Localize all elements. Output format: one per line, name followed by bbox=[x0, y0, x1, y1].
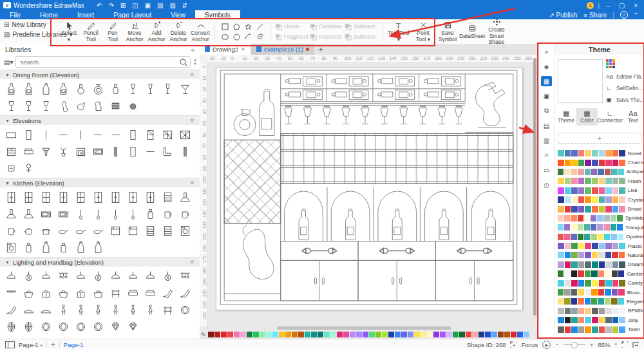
palette-swatch[interactable] bbox=[571, 289, 577, 296]
palette-swatch[interactable] bbox=[558, 160, 564, 166]
fragment-button[interactable]: Fragment bbox=[275, 32, 308, 42]
color-swatch[interactable] bbox=[363, 332, 368, 337]
zoom-slider[interactable] bbox=[564, 344, 585, 345]
palette-swatch[interactable] bbox=[612, 252, 618, 258]
palette-swatch[interactable] bbox=[592, 317, 598, 323]
palette-swatch[interactable] bbox=[564, 224, 570, 231]
symbol-linev[interactable] bbox=[37, 126, 55, 143]
new-document-tab-button[interactable]: + bbox=[314, 44, 328, 55]
color-swatch[interactable] bbox=[388, 332, 394, 337]
symbol-stemglass[interactable] bbox=[142, 80, 159, 97]
point-tool-button[interactable]: Point Tool ▾ bbox=[412, 21, 434, 42]
palette-swatch[interactable] bbox=[598, 289, 604, 296]
save-icon[interactable]: ▣ bbox=[145, 2, 151, 9]
symbol-sofa[interactable] bbox=[124, 285, 142, 301]
sync-icon[interactable]: ⇵ bbox=[182, 2, 187, 9]
tab-page-layout[interactable]: Page Layout bbox=[104, 10, 161, 19]
zoom-out-button[interactable]: − bbox=[555, 341, 559, 348]
save-theme-action[interactable]: ▣Save The... bbox=[606, 97, 644, 103]
symbol-barrel[interactable] bbox=[107, 97, 124, 114]
palette-swatch[interactable] bbox=[619, 187, 625, 194]
symbol-cabinet2[interactable] bbox=[20, 189, 37, 205]
color-swatch[interactable] bbox=[240, 332, 246, 337]
symbol-goblet[interactable] bbox=[37, 97, 55, 114]
predefine-libraries-button[interactable]: ▤Predefine Libraries▾ bbox=[4, 31, 54, 38]
palette-row[interactable]: BPMN bbox=[558, 307, 644, 316]
palette-swatch[interactable] bbox=[592, 243, 598, 249]
datasheet-button[interactable]: DataSheet bbox=[461, 24, 483, 39]
palette-swatch[interactable] bbox=[565, 252, 571, 258]
palette-swatch[interactable] bbox=[578, 187, 585, 194]
palette-swatch[interactable] bbox=[591, 169, 597, 175]
self-define-action[interactable]: ∟SelfDefin... bbox=[606, 85, 644, 91]
palette-swatch[interactable] bbox=[584, 224, 590, 231]
symbol-cabinet[interactable] bbox=[3, 189, 20, 205]
palette-swatch[interactable] bbox=[585, 206, 591, 212]
library-icon[interactable]: ▥ bbox=[541, 135, 552, 146]
palette-swatch[interactable] bbox=[578, 150, 585, 156]
color-swatch[interactable] bbox=[272, 332, 278, 337]
palette-swatch[interactable] bbox=[619, 196, 625, 203]
color-swatch[interactable] bbox=[350, 332, 355, 337]
palette-row[interactable]: Fresh bbox=[558, 176, 644, 185]
library-list-icon[interactable]: ▤▾ bbox=[4, 59, 13, 66]
color-swatch[interactable] bbox=[305, 332, 310, 337]
symbol-barv[interactable] bbox=[176, 143, 194, 160]
palette-swatch[interactable] bbox=[605, 270, 611, 277]
palette-swatch[interactable] bbox=[598, 234, 603, 240]
symbol-woman[interactable] bbox=[55, 301, 72, 318]
palette-swatch[interactable] bbox=[598, 298, 603, 305]
palette-swatch[interactable] bbox=[611, 298, 617, 305]
palette-swatch[interactable] bbox=[578, 308, 585, 314]
subtract-button[interactable]: Subtract bbox=[345, 21, 378, 32]
color-swatch[interactable] bbox=[440, 332, 446, 337]
palette-swatch[interactable] bbox=[565, 243, 571, 249]
palette-swatch[interactable] bbox=[571, 206, 578, 212]
page-tab[interactable]: Page-1 bbox=[64, 341, 84, 348]
palette-swatch[interactable] bbox=[571, 215, 576, 222]
zoom-caret-icon[interactable]: ▾ bbox=[614, 342, 617, 347]
palette-swatch[interactable] bbox=[612, 308, 619, 314]
symbol-cabinet[interactable] bbox=[142, 189, 159, 205]
palette-swatch[interactable] bbox=[558, 308, 564, 314]
palette-row[interactable]: Opulent bbox=[558, 232, 644, 241]
palette-swatch[interactable] bbox=[605, 326, 612, 333]
palette-swatch[interactable] bbox=[578, 317, 585, 323]
palette-swatch[interactable] bbox=[612, 206, 619, 212]
focus-icon[interactable] bbox=[510, 341, 516, 348]
symbol-washer[interactable] bbox=[3, 239, 20, 256]
symbol-stemglass[interactable] bbox=[124, 80, 142, 97]
palette-swatch[interactable] bbox=[598, 169, 603, 175]
palette-row[interactable]: Dream bbox=[558, 260, 644, 269]
close-section-icon[interactable]: ✕ bbox=[189, 71, 194, 78]
palette-row[interactable]: Live bbox=[558, 186, 644, 195]
color-swatch[interactable] bbox=[356, 332, 362, 337]
symbol-diamond[interactable] bbox=[107, 318, 124, 335]
color-swatch[interactable] bbox=[524, 332, 529, 337]
horizontal-scrollbar[interactable] bbox=[277, 326, 451, 330]
star-button[interactable] bbox=[243, 22, 254, 32]
collapse-triangle-icon[interactable]: ▼ bbox=[5, 73, 10, 77]
text-tool-button[interactable]: Text Tool ▾ bbox=[388, 21, 410, 42]
symbol-duck[interactable] bbox=[72, 97, 90, 114]
palette-swatch[interactable] bbox=[599, 308, 605, 314]
palette-swatch[interactable] bbox=[591, 234, 596, 240]
symbol-tote[interactable] bbox=[72, 285, 90, 301]
close-tab-icon[interactable]: ✕ bbox=[241, 46, 245, 52]
palette-row[interactable]: Candy bbox=[558, 278, 644, 287]
palette-swatch[interactable] bbox=[598, 270, 604, 277]
symbol-loafer[interactable] bbox=[20, 301, 37, 318]
collapse-triangle-icon[interactable]: ▼ bbox=[5, 118, 10, 123]
palette-swatch[interactable] bbox=[612, 196, 619, 203]
symbol-cup[interactable] bbox=[159, 205, 176, 222]
palette-swatch[interactable] bbox=[591, 289, 597, 296]
collapse-triangle-icon[interactable]: ▼ bbox=[5, 181, 10, 185]
symbol-bottle[interactable] bbox=[90, 239, 107, 256]
palette-swatch[interactable] bbox=[578, 243, 585, 249]
palette-swatch[interactable] bbox=[612, 261, 619, 268]
palette-swatch[interactable] bbox=[612, 150, 619, 156]
intersect-button[interactable]: Intersect bbox=[310, 32, 343, 42]
palette-swatch[interactable] bbox=[599, 196, 605, 203]
palette-swatch[interactable] bbox=[571, 150, 578, 156]
palette-swatch[interactable] bbox=[605, 178, 612, 184]
